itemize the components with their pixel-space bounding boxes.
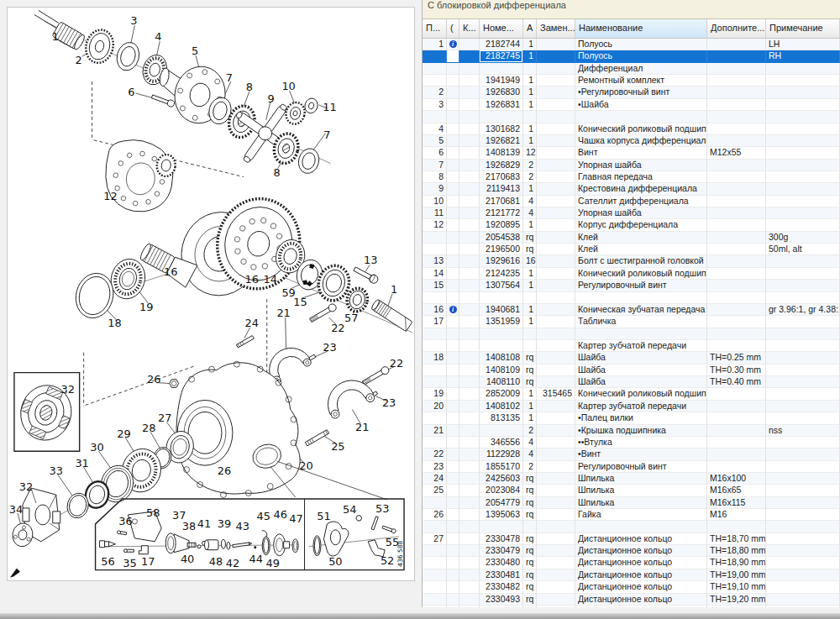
table-row[interactable]: 19419491Ремонтный комплект [423,75,840,87]
diagram-callout-43[interactable]: 43 [236,520,249,532]
diagram-callout-24[interactable]: 24 [245,317,259,329]
table-row[interactable]: 2330494rqДистанционное кольцоTH=19,30 mm [423,606,840,607]
table-row[interactable]: 2330481rqДистанционное кольцоTH=19,00 mm [423,569,840,581]
diagram-callout-48[interactable]: 48 [209,555,223,568]
table-row[interactable]: 8131351•Палец вилки [423,412,840,424]
table-row[interactable]: 6140813912ВинтM12x55 [423,147,840,159]
diagram-callout-7[interactable]: 7 [226,71,233,84]
diagram-callout-16[interactable]: 16 [245,273,259,286]
diagram-callout-52[interactable]: 52 [381,554,394,567]
table-row[interactable] [423,328,840,340]
diagram-callout-49[interactable]: 49 [265,557,279,569]
diagram-callout-22[interactable]: 22 [331,322,344,334]
diagram-callout-35[interactable]: 35 [123,557,136,569]
diagram-callout-46[interactable]: 46 [273,508,286,521]
table-row[interactable]: 261395063rqГайкаM16 [423,509,840,521]
diagram-callout-13[interactable]: 13 [364,254,377,266]
diagram-callout-10[interactable]: 10 [281,80,295,92]
diagram-callout-53[interactable]: 53 [375,502,389,515]
diagram-callout-3[interactable]: 3 [130,14,137,27]
diagram-callout-23[interactable]: 23 [382,396,396,409]
table-row[interactable]: 1928520091315465Конический роликовый под… [423,388,840,400]
diagram-callout-23[interactable]: 23 [323,341,336,354]
table-row[interactable]: 1219208951Корпус дифференциала [423,219,840,231]
table-row[interactable]: 13192961616Болт с шестигранной головкой [423,255,840,267]
table-row[interactable]: 319268311•Шайба [423,99,840,111]
table-row[interactable]: 16i19406811Коническая зубчатая передачаg… [423,304,840,316]
diagram-callout-7[interactable]: 7 [323,129,330,141]
diagram-callout-18[interactable]: 18 [108,317,121,329]
diagram-callout-25[interactable]: 25 [331,440,344,453]
table-row[interactable]: 1513075641Регулировочный винт [423,280,840,291]
diagram-callout-1[interactable]: 1 [52,30,59,43]
info-icon[interactable]: i [449,306,457,313]
table-row[interactable]: 2196500rqКлей50ml, alt [423,244,840,255]
table-row[interactable]: 1121217724Упорная шайба [423,207,840,219]
table-row[interactable]: 2014081021Картер зубчатой передачи [423,401,840,412]
table-row[interactable]: 219268301•Регулировочный винт [423,87,840,98]
table-row[interactable]: 252023084rqШпилькаM16x65 [423,485,840,496]
diagram-callout-5[interactable]: 5 [192,45,198,57]
table-row[interactable]: 821706832Главная передача [423,171,840,183]
diagram-callout-40[interactable]: 40 [181,553,194,565]
diagram-callout-41[interactable]: 41 [197,517,211,530]
diagram-callout-6[interactable]: 6 [128,86,134,98]
column-header-k[interactable]: К... [459,19,480,38]
diagram-callout-33[interactable]: 33 [50,464,63,477]
table-row[interactable] [423,111,840,123]
diagram-callout-29[interactable]: 29 [117,428,130,440]
diagram-callout-54[interactable]: 54 [343,503,356,516]
table-row[interactable]: 1021706814Сателлит дифференциала [423,196,840,207]
diagram-callout-4[interactable]: 4 [155,30,161,43]
diagram-callout-26[interactable]: 26 [218,464,231,477]
table-row[interactable]: 2318551702Регулировочный винт [423,461,840,473]
table-row[interactable]: Дифференциал [423,63,840,75]
diagram-callout-11[interactable]: 11 [323,101,336,113]
diagram-callout-26[interactable]: 26 [147,373,160,386]
diagram-callout-30[interactable]: 30 [90,441,103,454]
diagram-callout-32[interactable]: 32 [19,480,33,493]
column-header-num[interactable]: Номе... [480,19,523,38]
diagram-callout-50[interactable]: 50 [328,555,342,568]
diagram-callout-14[interactable]: 14 [263,273,276,286]
table-row[interactable]: 1408110rqШайбаTH=0.40 mm [423,376,840,388]
diagram-callout-16[interactable]: 16 [164,265,177,278]
diagram-callout-20[interactable]: 20 [299,459,312,472]
diagram-callout-42[interactable]: 42 [226,557,239,569]
table-row[interactable] [423,292,840,304]
diagram-callout-27[interactable]: 27 [158,412,171,424]
diagram-callout-17[interactable]: 17 [141,555,155,568]
table-row[interactable]: 719268292Упорная шайба [423,160,840,171]
column-header-pos[interactable]: П... [423,19,447,38]
diagram-callout-45[interactable]: 45 [257,510,270,522]
table-row[interactable]: 519268211Чашка корпуса дифференциала [423,135,840,147]
table-row[interactable]: 2054779rqШпилькаM16x115 [423,497,840,509]
table-row[interactable]: 1421242351Конический роликовый подшипник [423,268,840,280]
table-row[interactable]: Картер зубчатой передачи [423,340,840,352]
diagram-callout-38[interactable]: 38 [182,520,196,532]
column-header-info[interactable]: ( [447,19,459,38]
diagram-pane[interactable]: 436 588 [7,7,415,581]
table-row[interactable]: 3465564••Втулка [423,437,840,449]
diagram-callout-34[interactable]: 34 [9,503,23,516]
table-row[interactable]: 2054538rqКлей300g [423,232,840,244]
column-header-extra[interactable]: Дополните... [707,19,766,38]
diagram-callout-31[interactable]: 31 [75,457,88,469]
info-icon[interactable]: i [449,40,457,48]
diagram-callout-1[interactable]: 1 [391,283,397,296]
diagram-callout-9[interactable]: 9 [268,92,275,105]
diagram-callout-12[interactable]: 12 [103,190,117,202]
table-row[interactable]: 2211229284•Винт [423,449,840,460]
diagram-callout-8[interactable]: 8 [274,166,281,179]
diagram-callout-21[interactable]: 21 [355,421,369,433]
table-row[interactable]: 1i21827441ПолуосьLH [423,39,840,50]
diagram-callout-55[interactable]: 55 [386,536,399,548]
table-row[interactable]: 1408109rqШайбаTH=0.30 mm [423,365,840,376]
diagram-callout-21[interactable]: 21 [276,307,290,319]
diagram-callout-19[interactable]: 19 [139,301,153,313]
table-row[interactable]: 2330482rqДистанционное кольцоTH=19,10 mm [423,581,840,593]
table-row[interactable]: 242425603rqШпилькаM16x100 [423,473,840,485]
diagram-callout-57[interactable]: 57 [344,312,358,324]
diagram-callout-8[interactable]: 8 [246,81,253,93]
table-row[interactable]: 2330479rqДистанционное кольцоTH=18,80 mm [423,545,840,557]
